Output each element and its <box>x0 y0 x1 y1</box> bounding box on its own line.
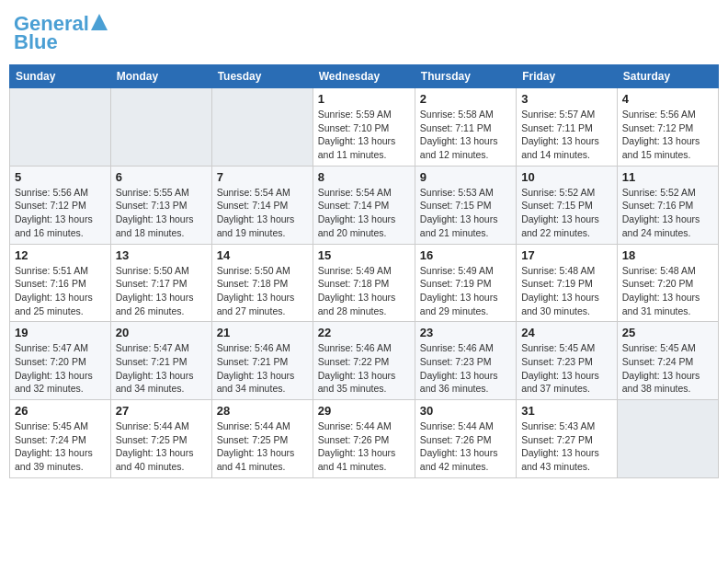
day-number: 15 <box>318 248 410 262</box>
day-info: Sunrise: 5:57 AM Sunset: 7:11 PM Dayligh… <box>521 108 612 162</box>
day-number: 24 <box>521 326 612 339</box>
page-header: General Blue <box>9 9 719 57</box>
col-header-friday: Friday <box>517 65 618 88</box>
calendar-cell: 21Sunrise: 5:46 AM Sunset: 7:21 PM Dayli… <box>211 322 313 400</box>
day-info: Sunrise: 5:43 AM Sunset: 7:27 PM Dayligh… <box>521 419 612 474</box>
calendar-cell: 5Sunrise: 5:56 AM Sunset: 7:12 PM Daylig… <box>10 166 111 244</box>
day-number: 18 <box>622 248 713 262</box>
calendar-cell: 28Sunrise: 5:44 AM Sunset: 7:25 PM Dayli… <box>211 400 313 478</box>
calendar-cell: 25Sunrise: 5:45 AM Sunset: 7:24 PM Dayli… <box>617 322 718 400</box>
calendar-cell <box>211 88 313 167</box>
calendar-cell: 14Sunrise: 5:50 AM Sunset: 7:18 PM Dayli… <box>211 244 313 322</box>
day-number: 31 <box>521 404 612 418</box>
day-info: Sunrise: 5:44 AM Sunset: 7:26 PM Dayligh… <box>318 419 410 474</box>
calendar-cell: 24Sunrise: 5:45 AM Sunset: 7:23 PM Dayli… <box>517 322 618 400</box>
col-header-wednesday: Wednesday <box>313 65 415 88</box>
day-info: Sunrise: 5:56 AM Sunset: 7:12 PM Dayligh… <box>622 108 713 162</box>
day-number: 26 <box>15 404 106 418</box>
day-number: 8 <box>318 170 410 184</box>
day-number: 16 <box>420 248 511 262</box>
calendar-cell <box>10 88 111 167</box>
day-number: 17 <box>521 248 612 262</box>
calendar-table: SundayMondayTuesdayWednesdayThursdayFrid… <box>9 64 719 478</box>
day-number: 22 <box>318 326 410 339</box>
day-info: Sunrise: 5:44 AM Sunset: 7:26 PM Dayligh… <box>420 419 511 474</box>
day-number: 5 <box>15 170 106 184</box>
day-number: 1 <box>318 92 410 106</box>
calendar-cell: 1Sunrise: 5:59 AM Sunset: 7:10 PM Daylig… <box>313 88 415 167</box>
day-number: 19 <box>15 326 106 339</box>
day-number: 4 <box>622 92 713 106</box>
day-info: Sunrise: 5:54 AM Sunset: 7:14 PM Dayligh… <box>318 186 410 240</box>
day-info: Sunrise: 5:53 AM Sunset: 7:15 PM Dayligh… <box>420 186 511 240</box>
calendar-cell: 10Sunrise: 5:52 AM Sunset: 7:15 PM Dayli… <box>517 166 618 244</box>
calendar-cell: 26Sunrise: 5:45 AM Sunset: 7:24 PM Dayli… <box>10 400 111 478</box>
calendar-cell: 8Sunrise: 5:54 AM Sunset: 7:14 PM Daylig… <box>313 166 415 244</box>
day-info: Sunrise: 5:48 AM Sunset: 7:19 PM Dayligh… <box>521 264 612 318</box>
day-number: 21 <box>217 326 308 339</box>
calendar-cell: 7Sunrise: 5:54 AM Sunset: 7:14 PM Daylig… <box>211 166 313 244</box>
col-header-tuesday: Tuesday <box>211 65 313 88</box>
day-info: Sunrise: 5:46 AM Sunset: 7:23 PM Dayligh… <box>420 341 511 396</box>
calendar-cell: 23Sunrise: 5:46 AM Sunset: 7:23 PM Dayli… <box>415 322 516 400</box>
day-number: 11 <box>622 170 713 184</box>
calendar-cell: 3Sunrise: 5:57 AM Sunset: 7:11 PM Daylig… <box>517 88 618 167</box>
week-row-4: 19Sunrise: 5:47 AM Sunset: 7:20 PM Dayli… <box>10 322 719 400</box>
day-info: Sunrise: 5:52 AM Sunset: 7:15 PM Dayligh… <box>521 186 612 240</box>
logo-blue: Blue <box>14 32 58 52</box>
calendar-cell: 29Sunrise: 5:44 AM Sunset: 7:26 PM Dayli… <box>313 400 415 478</box>
day-info: Sunrise: 5:52 AM Sunset: 7:16 PM Dayligh… <box>622 186 713 240</box>
day-info: Sunrise: 5:49 AM Sunset: 7:18 PM Dayligh… <box>318 264 410 318</box>
day-info: Sunrise: 5:59 AM Sunset: 7:10 PM Dayligh… <box>318 108 410 162</box>
calendar-cell: 15Sunrise: 5:49 AM Sunset: 7:18 PM Dayli… <box>313 244 415 322</box>
calendar-cell: 19Sunrise: 5:47 AM Sunset: 7:20 PM Dayli… <box>10 322 111 400</box>
day-info: Sunrise: 5:56 AM Sunset: 7:12 PM Dayligh… <box>15 186 106 240</box>
day-number: 25 <box>622 326 713 339</box>
week-row-5: 26Sunrise: 5:45 AM Sunset: 7:24 PM Dayli… <box>10 400 719 478</box>
day-info: Sunrise: 5:50 AM Sunset: 7:17 PM Dayligh… <box>116 264 207 318</box>
day-info: Sunrise: 5:55 AM Sunset: 7:13 PM Dayligh… <box>116 186 207 240</box>
col-header-thursday: Thursday <box>415 65 516 88</box>
calendar-cell: 4Sunrise: 5:56 AM Sunset: 7:12 PM Daylig… <box>617 88 718 167</box>
day-number: 12 <box>15 248 106 262</box>
day-info: Sunrise: 5:48 AM Sunset: 7:20 PM Dayligh… <box>622 264 713 318</box>
week-row-2: 5Sunrise: 5:56 AM Sunset: 7:12 PM Daylig… <box>10 166 719 244</box>
day-info: Sunrise: 5:46 AM Sunset: 7:21 PM Dayligh… <box>217 341 308 396</box>
day-info: Sunrise: 5:54 AM Sunset: 7:14 PM Dayligh… <box>217 186 308 240</box>
calendar-cell: 16Sunrise: 5:49 AM Sunset: 7:19 PM Dayli… <box>415 244 516 322</box>
day-number: 20 <box>116 326 207 339</box>
calendar-cell: 6Sunrise: 5:55 AM Sunset: 7:13 PM Daylig… <box>110 166 211 244</box>
day-number: 27 <box>116 404 207 418</box>
day-number: 10 <box>521 170 612 184</box>
calendar-cell: 9Sunrise: 5:53 AM Sunset: 7:15 PM Daylig… <box>415 166 516 244</box>
day-number: 6 <box>116 170 207 184</box>
day-number: 23 <box>420 326 511 339</box>
calendar-cell: 22Sunrise: 5:46 AM Sunset: 7:22 PM Dayli… <box>313 322 415 400</box>
calendar-cell: 2Sunrise: 5:58 AM Sunset: 7:11 PM Daylig… <box>415 88 516 167</box>
day-info: Sunrise: 5:44 AM Sunset: 7:25 PM Dayligh… <box>116 419 207 474</box>
header-row: SundayMondayTuesdayWednesdayThursdayFrid… <box>10 65 719 88</box>
calendar-cell: 17Sunrise: 5:48 AM Sunset: 7:19 PM Dayli… <box>517 244 618 322</box>
day-info: Sunrise: 5:45 AM Sunset: 7:24 PM Dayligh… <box>15 419 106 474</box>
svg-marker-0 <box>91 14 108 30</box>
day-number: 9 <box>420 170 511 184</box>
logo-icon <box>91 14 108 30</box>
day-number: 2 <box>420 92 511 106</box>
day-number: 28 <box>217 404 308 418</box>
day-info: Sunrise: 5:45 AM Sunset: 7:23 PM Dayligh… <box>521 341 612 396</box>
day-number: 14 <box>217 248 308 262</box>
day-number: 13 <box>116 248 207 262</box>
day-number: 3 <box>521 92 612 106</box>
day-info: Sunrise: 5:44 AM Sunset: 7:25 PM Dayligh… <box>217 419 308 474</box>
day-info: Sunrise: 5:47 AM Sunset: 7:20 PM Dayligh… <box>15 341 106 396</box>
day-number: 30 <box>420 404 511 418</box>
day-info: Sunrise: 5:47 AM Sunset: 7:21 PM Dayligh… <box>116 341 207 396</box>
col-header-saturday: Saturday <box>617 65 718 88</box>
col-header-monday: Monday <box>110 65 211 88</box>
day-number: 7 <box>217 170 308 184</box>
calendar-cell: 18Sunrise: 5:48 AM Sunset: 7:20 PM Dayli… <box>617 244 718 322</box>
logo: General Blue <box>14 14 108 52</box>
calendar-cell <box>617 400 718 478</box>
calendar-cell: 27Sunrise: 5:44 AM Sunset: 7:25 PM Dayli… <box>110 400 211 478</box>
day-number: 29 <box>318 404 410 418</box>
